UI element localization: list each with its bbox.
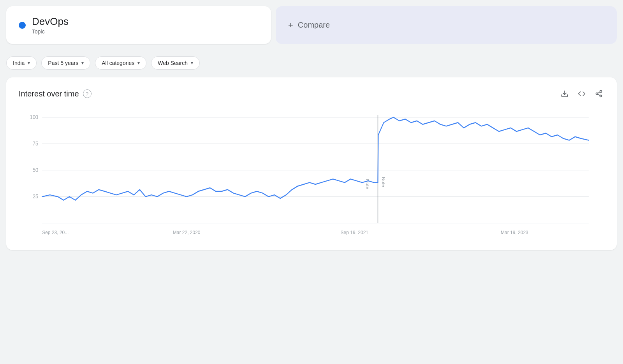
time-chevron-icon: ▾ xyxy=(81,60,84,66)
chart-actions xyxy=(559,88,604,99)
embed-button[interactable] xyxy=(576,88,587,99)
share-button[interactable] xyxy=(593,88,604,99)
main-content: Interest over time ? xyxy=(0,77,623,259)
chart-svg: 100 75 50 25 Sep 23, 20... Mar 22, 2020 … xyxy=(19,108,604,241)
term-card: DevOps Topic xyxy=(6,6,271,44)
trend-line xyxy=(42,117,589,200)
search-type-filter[interactable]: Web Search ▾ xyxy=(151,56,200,70)
svg-line-5 xyxy=(598,92,600,93)
region-filter[interactable]: India ▾ xyxy=(6,56,37,70)
x-label-4: Mar 19, 2023 xyxy=(501,229,528,235)
compare-label: Compare xyxy=(298,21,330,30)
y-label-25: 25 xyxy=(33,193,39,200)
svg-line-4 xyxy=(598,94,600,95)
search-type-chevron-icon: ▾ xyxy=(191,60,193,66)
y-label-75: 75 xyxy=(33,140,39,147)
category-filter[interactable]: All categories ▾ xyxy=(95,56,146,70)
chart-card: Interest over time ? xyxy=(6,77,617,250)
region-chevron-icon: ▾ xyxy=(28,60,30,66)
y-label-50: 50 xyxy=(33,166,39,173)
y-label-100: 100 xyxy=(30,114,38,120)
chart-title: Interest over time xyxy=(19,89,79,98)
term-name: DevOps xyxy=(32,16,69,28)
download-button[interactable] xyxy=(559,88,570,99)
term-dot xyxy=(19,22,26,29)
note-label: Note xyxy=(381,177,386,187)
term-info: DevOps Topic xyxy=(32,16,69,35)
chart-title-group: Interest over time ? xyxy=(19,89,92,98)
x-label-3: Sep 19, 2021 xyxy=(341,229,369,235)
x-label-1: Sep 23, 20... xyxy=(42,229,69,235)
plus-icon: + xyxy=(288,20,293,30)
x-label-2: Mar 22, 2020 xyxy=(173,229,201,235)
time-filter[interactable]: Past 5 years ▾ xyxy=(41,56,90,70)
chart-header: Interest over time ? xyxy=(19,88,604,99)
category-label: All categories xyxy=(102,60,134,66)
region-label: India xyxy=(13,60,25,66)
compare-card[interactable]: + Compare xyxy=(276,6,617,44)
help-icon[interactable]: ? xyxy=(83,89,92,98)
filters-bar: India ▾ Past 5 years ▾ All categories ▾ … xyxy=(0,50,623,77)
chart-area: 100 75 50 25 Sep 23, 20... Mar 22, 2020 … xyxy=(19,108,604,241)
search-type-label: Web Search xyxy=(158,60,188,66)
term-type: Topic xyxy=(32,28,69,35)
time-label: Past 5 years xyxy=(48,60,78,66)
category-chevron-icon: ▾ xyxy=(137,60,140,66)
